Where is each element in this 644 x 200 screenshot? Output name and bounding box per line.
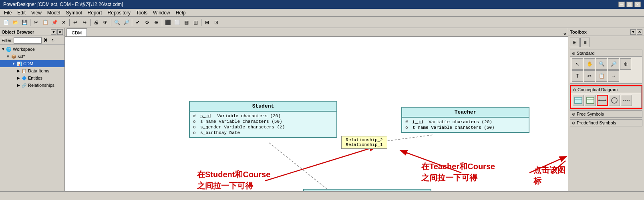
- cdm-expand[interactable]: ▼: [11, 61, 16, 66]
- data-items-icon: 📋: [21, 68, 27, 74]
- student-field-3: o s_birthday Date: [193, 130, 333, 136]
- impact-btn[interactable]: ⊕: [152, 18, 161, 27]
- tree-data-items[interactable]: ▶ 📋 Data Items: [0, 67, 64, 74]
- student-field-1: o s_name Variable characters (50): [193, 119, 333, 124]
- canvas-content[interactable]: Student # s_id Variable characters (20) …: [65, 37, 568, 191]
- tool-zoom-rect[interactable]: ⊕: [620, 58, 631, 70]
- open-btn[interactable]: 📂: [11, 18, 20, 27]
- workspace-expand[interactable]: ▼: [1, 47, 6, 52]
- conceptual-diagram-header[interactable]: ⊙ Conceptual Diagram: [571, 86, 642, 93]
- tree-entities[interactable]: ▶ 🔷 Entities: [0, 74, 64, 82]
- student-title: Student: [190, 102, 336, 112]
- align-left-btn[interactable]: ⬛: [163, 18, 172, 27]
- annotation3: 点击该图标: [533, 165, 568, 186]
- copy-btn[interactable]: 📋: [41, 18, 50, 27]
- toolbox-close-btn[interactable]: ✕: [637, 29, 642, 35]
- toolbox-pin-btn[interactable]: ▼: [630, 29, 636, 35]
- cdm-tab[interactable]: CDM: [66, 28, 87, 36]
- menu-view[interactable]: View: [29, 10, 44, 16]
- tool-entity[interactable]: [573, 95, 584, 106]
- tool-pointer[interactable]: ↖: [572, 58, 583, 70]
- align-right-btn[interactable]: ▦: [182, 18, 191, 27]
- data-items-expand[interactable]: ▶: [16, 68, 21, 73]
- menu-model[interactable]: Model: [45, 10, 63, 16]
- teacher-entity[interactable]: Teacher # t_id Variable characters (20) …: [401, 107, 529, 133]
- undo-btn[interactable]: ↩: [71, 18, 80, 27]
- tree-sct[interactable]: ▼ 📦 sct*: [0, 53, 64, 60]
- toolbar: 📄 📂 💾 ✂ 📋 📌 ✕ ↩ ↪ 🖨 👁 🔍 🔎 ✔ ⚙ ⊕ ⬛ ⬜ ▦ ▥ …: [0, 17, 644, 28]
- course-entity[interactable]: Course # c_id Variable characters (10) o…: [303, 189, 431, 191]
- tool-arrow[interactable]: →: [608, 70, 619, 82]
- filter-input[interactable]: [14, 37, 42, 44]
- save-btn[interactable]: 💾: [20, 18, 29, 27]
- align-center-btn[interactable]: ⬜: [173, 18, 181, 27]
- tool-cut[interactable]: ✂: [584, 70, 595, 82]
- conceptual-diagram-label: Conceptual Diagram: [578, 87, 618, 92]
- menu-tools[interactable]: Tools: [134, 10, 150, 16]
- relationship-box[interactable]: Relationship_2 Relationship_1: [341, 136, 387, 149]
- zoom-out-btn[interactable]: 🔎: [122, 18, 131, 27]
- cut-btn[interactable]: ✂: [32, 18, 40, 27]
- relationships-expand[interactable]: ▶: [16, 83, 21, 88]
- tool-text[interactable]: T: [572, 70, 583, 82]
- menu-symbol[interactable]: Symbol: [64, 10, 85, 16]
- tree-container: ▼ 🌐 Workspace ▼ 📦 sct* ▼ 📊 CDM ▶: [0, 45, 64, 191]
- tool-entity-view[interactable]: [585, 95, 596, 106]
- sep7: [201, 19, 201, 26]
- student-field-2: o s_gender Variable characters (2): [193, 124, 333, 130]
- panel-pin-btn[interactable]: ▼: [51, 29, 56, 35]
- student-entity[interactable]: Student # s_id Variable characters (20) …: [189, 101, 337, 138]
- preview-btn[interactable]: 👁: [101, 18, 110, 27]
- toolbox-grid-icon[interactable]: ⊞: [570, 38, 580, 47]
- tree-workspace[interactable]: ▼ 🌐 Workspace: [0, 46, 64, 53]
- main-container: Object Browser ▼ ✕ Filter: 🗙 ↻ ▼ 🌐 Works…: [0, 28, 644, 191]
- paste-btn[interactable]: 📌: [50, 18, 59, 27]
- sep1: [30, 19, 30, 26]
- zoom-in-btn[interactable]: 🔍: [113, 18, 121, 27]
- canvas-close-icon[interactable]: ✕: [563, 32, 566, 36]
- title-bar: PowerDesigner [CDM sct, CDM - E:\练习\12.2…: [0, 0, 644, 9]
- svg-line-0: [269, 143, 329, 191]
- auto-layout-btn[interactable]: ⊞: [203, 18, 211, 27]
- close-button[interactable]: ✕: [634, 2, 641, 7]
- menu-repository[interactable]: Repository: [105, 10, 133, 16]
- fit-btn[interactable]: ⊡: [212, 18, 221, 27]
- sct-expand[interactable]: ▼: [6, 54, 10, 59]
- tree-cdm[interactable]: ▼ 📊 CDM: [0, 60, 64, 67]
- teacher-field-1: o t_name Variable characters (50): [405, 125, 525, 130]
- menu-edit[interactable]: Edit: [15, 10, 28, 16]
- tool-inheritance[interactable]: [609, 95, 620, 106]
- generate-btn[interactable]: ⚙: [143, 18, 151, 27]
- tool-hand[interactable]: ✋: [584, 58, 595, 70]
- menu-help[interactable]: Help: [173, 10, 188, 16]
- toolbox-list-icon[interactable]: ≡: [580, 38, 590, 47]
- print-btn[interactable]: 🖨: [92, 18, 101, 27]
- entities-expand[interactable]: ▶: [16, 76, 21, 80]
- sep5: [132, 19, 132, 26]
- standard-section-header[interactable]: ⊙ Standard: [570, 50, 642, 57]
- predefined-symbols-header[interactable]: ⊙ Predefined Symbols: [570, 119, 642, 126]
- tool-copy[interactable]: 📋: [596, 70, 607, 82]
- teacher-field-0: # t_id Variable characters (20): [405, 119, 525, 125]
- format-btn[interactable]: ▥: [191, 18, 200, 27]
- tool-zoom-out[interactable]: 🔎: [608, 58, 619, 70]
- delete-btn[interactable]: ✕: [59, 18, 68, 27]
- free-symbols-header[interactable]: ⊙ Free Symbols: [570, 110, 642, 118]
- menu-report[interactable]: Report: [85, 10, 105, 16]
- minimize-button[interactable]: ─: [618, 2, 625, 7]
- tool-relationship[interactable]: [597, 95, 608, 106]
- panel-close-btn[interactable]: ✕: [57, 29, 63, 35]
- tool-zoom-in[interactable]: 🔍: [596, 58, 607, 70]
- object-browser-panel: Object Browser ▼ ✕ Filter: 🗙 ↻ ▼ 🌐 Works…: [0, 28, 65, 191]
- tree-relationships[interactable]: ▶ 🔗 Relationships: [0, 82, 64, 89]
- new-btn[interactable]: 📄: [2, 18, 10, 27]
- tool-assoc-link[interactable]: [621, 95, 632, 106]
- check-btn[interactable]: ✔: [133, 18, 142, 27]
- filter-clear-icon[interactable]: 🗙: [42, 37, 49, 44]
- entities-icon: 🔷: [21, 75, 27, 81]
- menu-window[interactable]: Window: [151, 10, 173, 16]
- filter-apply-icon[interactable]: ↻: [50, 37, 56, 44]
- maximize-button[interactable]: □: [626, 2, 633, 7]
- menu-file[interactable]: File: [2, 10, 14, 16]
- redo-btn[interactable]: ↪: [80, 18, 89, 27]
